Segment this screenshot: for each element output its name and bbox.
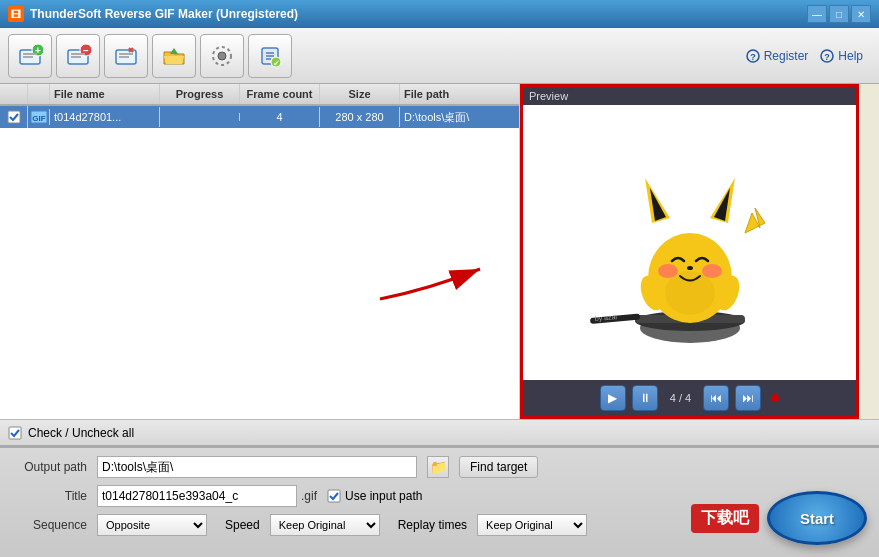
watermark: 下载吧 — [691, 504, 759, 533]
arrow-decoration — [0, 0, 879, 557]
file-panel: File name Progress Frame count Size File… — [0, 84, 520, 419]
start-button[interactable]: Start — [767, 491, 867, 545]
